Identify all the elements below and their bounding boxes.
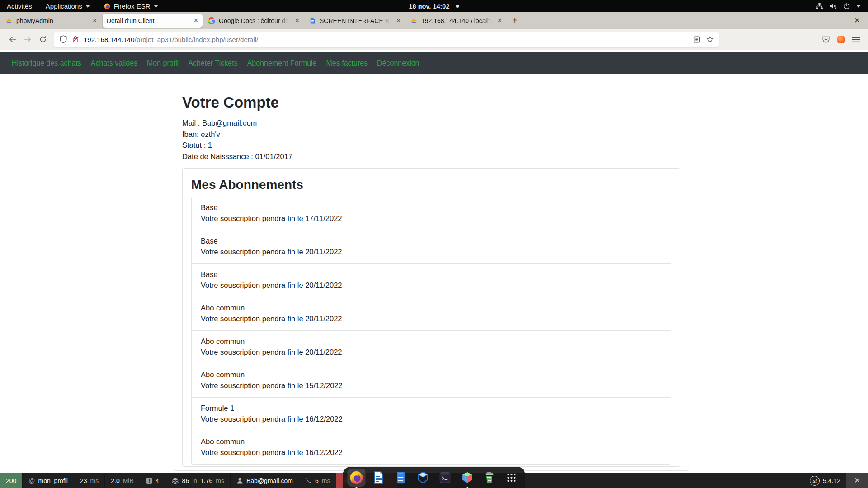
nav-acheter-tickets[interactable]: Acheter Tickets	[188, 59, 237, 67]
browser-tab-bar: phpMyAdmin ✕ Detail d'un Client ✕ Google…	[0, 12, 868, 29]
tab-google-docs[interactable]: Google Docs : éditeur de c ✕	[204, 14, 304, 28]
hamburger-menu-icon[interactable]	[852, 36, 860, 43]
list-item: Base Votre souscription pendra fin le 20…	[191, 230, 671, 264]
query-in: in	[192, 477, 197, 484]
clock-label: 18 nov. 14:02	[409, 3, 449, 10]
log-book-icon	[146, 477, 152, 484]
reload-button[interactable]	[35, 32, 51, 47]
query-unit: ms	[216, 477, 224, 484]
firefox-app-menu[interactable]: Firefox ESR	[97, 0, 165, 12]
reader-mode-icon[interactable]	[693, 36, 701, 43]
profiler-status[interactable]: 200	[0, 473, 23, 488]
dock-virtualbox[interactable]	[414, 469, 432, 487]
user-icon	[236, 477, 243, 484]
nav-abonnement-formule[interactable]: Abonnement Formule	[247, 59, 317, 67]
libreoffice-writer-icon	[372, 471, 386, 484]
firefox-icon	[104, 3, 111, 10]
profiler-close-button[interactable]: ✕	[846, 473, 868, 488]
running-indicator	[356, 487, 358, 488]
activities-button[interactable]: Activités	[0, 0, 39, 12]
profiler-route[interactable]: @ mon_profil	[23, 473, 74, 488]
pocket-icon[interactable]	[822, 35, 830, 43]
url-bar[interactable]: 192.168.144.140/projet_ap31/public/index…	[54, 32, 719, 47]
ajax-arrow-icon	[305, 477, 312, 484]
tab-close-button[interactable]: ✕	[495, 17, 502, 24]
nav-deconnexion[interactable]: Déconnexion	[377, 59, 419, 67]
memory-unit: MiB	[123, 477, 134, 484]
tab-title: Google Docs : éditeur de c	[219, 17, 289, 24]
tab-close-button[interactable]: ✕	[293, 17, 300, 24]
activities-label: Activités	[7, 2, 32, 10]
account-mail: Mail : Bab@gmail.com	[182, 117, 680, 129]
profiler-memory[interactable]: 2.0 MiB	[105, 473, 140, 488]
query-count: 86	[182, 477, 189, 484]
tab-close-button[interactable]: ✕	[394, 17, 401, 24]
account-naissance: Date de Naisssance : 01/01/2017	[182, 151, 680, 162]
back-button[interactable]	[5, 32, 20, 47]
url-path: /projet_ap31/public/index.php/user/detai…	[135, 36, 259, 43]
forward-button[interactable]	[20, 32, 35, 47]
shield-icon[interactable]	[59, 35, 67, 43]
subscriptions-list: Base Votre souscription pendra fin le 17…	[191, 197, 671, 465]
subscription-note: Votre souscription pendra fin le 15/12/2…	[201, 381, 662, 390]
dock-boxes[interactable]	[458, 469, 476, 487]
window-close-button[interactable]: ✕	[846, 16, 868, 25]
dock-terminal[interactable]	[436, 469, 454, 487]
trash-icon	[483, 471, 496, 484]
ajax-value: 6	[315, 477, 319, 484]
caret-down-icon	[856, 5, 861, 8]
memory-value: 2.0	[111, 477, 119, 484]
list-item: Abo commun Votre souscription pendra fin…	[191, 431, 671, 465]
profiler-logs[interactable]: 4	[140, 473, 165, 488]
url-host: 192.168.144.140	[84, 36, 135, 43]
account-statut: Statut : 1	[182, 140, 680, 151]
dock-app-grid[interactable]	[503, 469, 521, 487]
dock-trash[interactable]	[481, 469, 499, 487]
profiler-ajax[interactable]: 6 ms	[299, 473, 336, 488]
subscription-note: Votre souscription pendra fin le 20/11/2…	[201, 247, 662, 257]
nav-mes-factures[interactable]: Mes factures	[326, 59, 368, 67]
subscription-name: Abo commun	[201, 437, 662, 446]
forward-arrow-icon	[24, 36, 32, 43]
site-navbar: Historique des achats Achats valides Mon…	[0, 52, 868, 74]
applications-menu[interactable]: Applications	[39, 0, 97, 12]
subscription-name: Abo commun	[201, 303, 662, 313]
firefox-menu-label: Firefox ESR	[114, 2, 151, 10]
time-unit: ms	[90, 477, 99, 484]
tab-title: phpMyAdmin	[16, 17, 87, 24]
gnome-top-bar: Activités Applications Firefox ESR 18 no…	[0, 0, 868, 12]
nav-mon-profil[interactable]: Mon profil	[147, 59, 179, 67]
google-docs-favicon	[309, 17, 316, 24]
insecure-lock-icon[interactable]	[71, 35, 80, 43]
tab-close-button[interactable]: ✕	[192, 17, 198, 24]
toolbar-right-icons	[822, 35, 863, 43]
system-tray[interactable]	[816, 0, 868, 12]
time-value: 23	[80, 477, 87, 484]
dock-files[interactable]	[392, 469, 410, 487]
tab-phpmyadmin-localhost[interactable]: 192.168.144.140 / localho ✕	[406, 14, 506, 28]
nav-historique-achats[interactable]: Historique des achats	[12, 59, 81, 67]
nav-achats-valides[interactable]: Achats valides	[91, 59, 137, 67]
terminal-icon	[439, 471, 452, 484]
subscription-name: Base	[201, 236, 662, 246]
profiler-queries[interactable]: 86 in 1.76 ms	[165, 473, 231, 488]
tab-screen-interface[interactable]: SCREEN INTERFACE BIX ✕	[305, 14, 405, 28]
clock-menu[interactable]: 18 nov. 14:02	[409, 3, 459, 10]
phpmyadmin-favicon	[410, 17, 418, 24]
subscriptions-card: Mes Abonnements Base Votre souscription …	[182, 168, 680, 467]
tab-detail-client-active[interactable]: Detail d'un Client ✕	[103, 14, 203, 28]
tab-phpmyadmin[interactable]: phpMyAdmin ✕	[1, 14, 101, 28]
file-cabinet-icon	[394, 471, 408, 484]
bookmark-star-icon[interactable]	[706, 36, 714, 43]
extension-icon[interactable]	[837, 36, 845, 43]
profiler-user[interactable]: Bab@gmail.com	[231, 473, 299, 488]
tab-close-button[interactable]: ✕	[90, 17, 97, 24]
list-item: Base Votre souscription pendra fin le 20…	[191, 263, 671, 297]
subscription-note: Votre souscription pendra fin le 20/11/2…	[201, 281, 662, 290]
dock-libreoffice-writer[interactable]	[370, 469, 388, 487]
profiler-time[interactable]: 23 ms	[74, 473, 105, 488]
page-title: Votre Compte	[182, 94, 680, 111]
new-tab-button[interactable]: +	[508, 14, 522, 28]
user-email: Bab@gmail.com	[246, 477, 293, 484]
dock-firefox[interactable]	[348, 469, 366, 487]
